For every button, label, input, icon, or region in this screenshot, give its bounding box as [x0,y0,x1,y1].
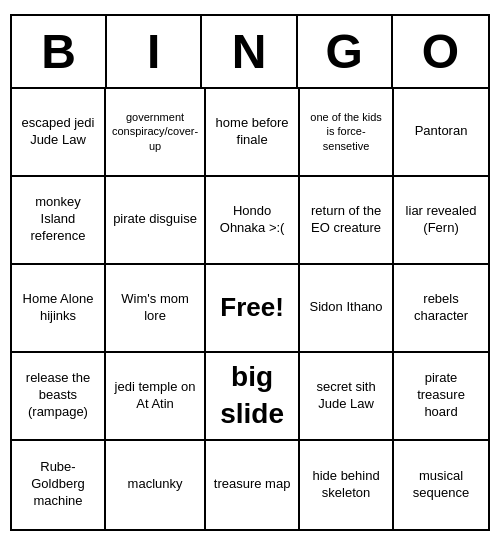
bingo-cell-13: Sidon Ithano [300,265,394,353]
bingo-cell-3: one of the kids is force-sensetive [300,89,394,177]
bingo-cell-10: Home Alone hijinks [12,265,106,353]
bingo-cell-23: hide behind skeleton [300,441,394,529]
bingo-cell-18: secret sith Jude Law [300,353,394,441]
bingo-grid: escaped jedi Jude Lawgovernment conspira… [12,89,488,529]
bingo-cell-5: monkey Island reference [12,177,106,265]
bingo-cell-22: treasure map [206,441,300,529]
bingo-cell-17: big slide [206,353,300,441]
bingo-cell-9: liar revealed (Fern) [394,177,488,265]
bingo-letter-b: B [12,16,107,87]
bingo-cell-1: government conspiracy/cover-up [106,89,206,177]
bingo-card: BINGO escaped jedi Jude Lawgovernment co… [10,14,490,531]
bingo-cell-7: Hondo Ohnaka >:( [206,177,300,265]
bingo-letter-i: I [107,16,202,87]
bingo-cell-0: escaped jedi Jude Law [12,89,106,177]
bingo-cell-15: release the beasts (rampage) [12,353,106,441]
bingo-cell-4: Pantoran [394,89,488,177]
bingo-letter-n: N [202,16,297,87]
bingo-cell-14: rebels character [394,265,488,353]
bingo-cell-8: return of the EO creature [300,177,394,265]
bingo-header: BINGO [12,16,488,89]
bingo-cell-24: musical sequence [394,441,488,529]
bingo-cell-21: maclunky [106,441,206,529]
bingo-cell-19: pirate treasure hoard [394,353,488,441]
bingo-letter-o: O [393,16,488,87]
bingo-letter-g: G [298,16,393,87]
bingo-cell-6: pirate disguise [106,177,206,265]
bingo-cell-12: Free! [206,265,300,353]
bingo-cell-2: home before finale [206,89,300,177]
bingo-cell-20: Rube-Goldberg machine [12,441,106,529]
bingo-cell-16: jedi temple on At Atin [106,353,206,441]
bingo-cell-11: Wim's mom lore [106,265,206,353]
